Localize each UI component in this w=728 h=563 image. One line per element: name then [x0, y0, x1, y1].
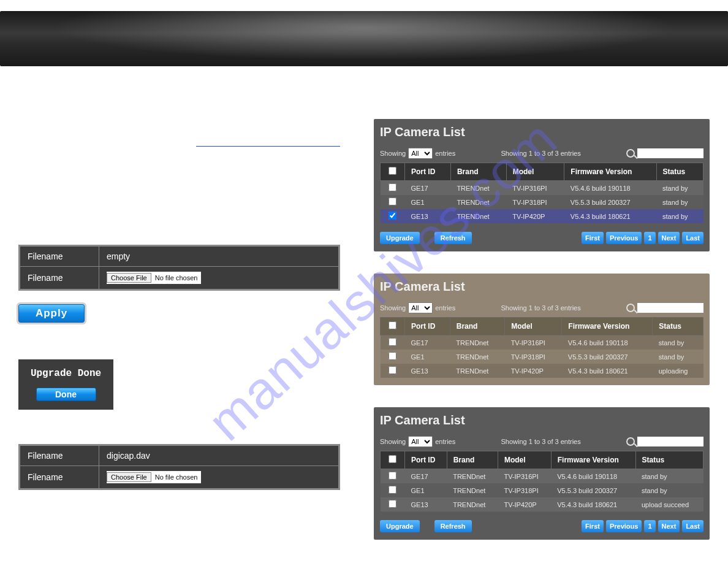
table-header: Status — [635, 451, 703, 469]
table-header — [381, 318, 405, 335]
cell-brand: TRENDnet — [450, 364, 504, 378]
cell-fw: V5.4.3 build 180621 — [564, 209, 656, 223]
table-header: Firmware Version — [562, 318, 653, 335]
previous-button[interactable]: Previous — [606, 520, 642, 532]
cell-portid: GE13 — [405, 364, 450, 378]
row-checkbox[interactable] — [389, 472, 396, 480]
upgrade-button[interactable]: Upgrade — [380, 232, 420, 244]
next-button[interactable]: Next — [658, 520, 680, 532]
cell-model: TV-IP316PI — [498, 469, 551, 484]
row-checkbox[interactable] — [389, 352, 396, 360]
panel-title: IP Camera List — [380, 413, 703, 427]
cell-brand: TRENDnet — [447, 497, 498, 511]
file-input[interactable]: Choose File No file chosen — [107, 471, 201, 483]
table-row[interactable]: GE1TRENDnetTV-IP318PIV5.5.3 build 200327… — [381, 195, 703, 209]
table-row[interactable]: GE1TRENDnetTV-IP318PIV5.5.3 build 200327… — [381, 350, 703, 364]
table-header: Port ID — [405, 451, 447, 469]
previous-button[interactable]: Previous — [606, 232, 642, 244]
cell-fw: V5.5.3 build 200327 — [562, 350, 653, 364]
table-toolbar: ShowingAllentriesShowing 1 to 3 of 3 ent… — [380, 436, 703, 447]
table-row[interactable]: GE13TRENDnetTV-IP420PV5.4.3 build 180621… — [381, 209, 703, 223]
cell-model: TV-IP316PI — [506, 181, 564, 196]
table-header: Brand — [450, 318, 504, 335]
search-icon — [626, 437, 635, 446]
filename-table-2: Filename digicap.dav Filename Choose Fil… — [18, 444, 340, 490]
pager: UpgradeRefreshFirstPrevious1NextLast — [380, 232, 703, 244]
entries-label: entries — [435, 438, 455, 445]
first-button[interactable]: First — [582, 520, 604, 532]
cell-model: TV-IP420P — [506, 209, 564, 223]
select-all-checkbox[interactable] — [389, 321, 396, 329]
table-row[interactable]: GE13TRENDnetTV-IP420PV5.4.3 build 180621… — [381, 364, 703, 378]
entries-select[interactable]: All — [408, 302, 433, 313]
cell-model: TV-IP318PI — [506, 195, 564, 209]
select-all-checkbox[interactable] — [389, 167, 396, 175]
cell-brand: TRENDnet — [450, 181, 506, 196]
last-button[interactable]: Last — [682, 520, 703, 532]
no-file-label: No file chosen — [151, 274, 202, 282]
cell-portid: GE1 — [405, 195, 451, 209]
showing-summary: Showing 1 to 3 of 3 entries — [455, 150, 626, 157]
table-header: Model — [506, 163, 564, 181]
row-checkbox[interactable] — [389, 212, 396, 220]
cell-portid: GE1 — [405, 350, 450, 364]
search-input[interactable] — [637, 303, 703, 313]
search-input[interactable] — [637, 148, 703, 158]
search-icon — [626, 149, 635, 158]
apply-button[interactable]: Apply — [18, 304, 85, 323]
choose-file-button[interactable]: Choose File — [107, 273, 151, 283]
entries-select[interactable]: All — [408, 436, 433, 447]
upgrade-button[interactable]: Upgrade — [380, 520, 420, 532]
cell-status: stand by — [653, 335, 703, 350]
table-toolbar: ShowingAllentriesShowing 1 to 3 of 3 ent… — [380, 148, 703, 159]
row-checkbox[interactable] — [389, 338, 396, 346]
ip-camera-list-panel: IP Camera ListShowingAllentriesShowing 1… — [374, 119, 710, 251]
showing-summary: Showing 1 to 3 of 3 entries — [455, 438, 626, 445]
next-button[interactable]: Next — [658, 232, 680, 244]
table-row[interactable]: GE17TRENDnetTV-IP316PIV5.4.6 build 19011… — [381, 469, 703, 484]
cell-status: upload succeed — [635, 497, 703, 511]
last-button[interactable]: Last — [682, 232, 703, 244]
row-checkbox[interactable] — [389, 183, 396, 191]
table-row[interactable]: GE17TRENDnetTV-IP316PIV5.4.6 build 19011… — [381, 335, 703, 350]
table-header — [381, 163, 405, 181]
first-button[interactable]: First — [582, 232, 604, 244]
row-checkbox[interactable] — [389, 366, 396, 374]
refresh-button[interactable]: Refresh — [434, 232, 472, 244]
table-row[interactable]: GE13TRENDnetTV-IP420PV5.4.3 build 180621… — [381, 497, 703, 511]
cell-fw: V5.4.6 build 190118 — [562, 335, 653, 350]
cell-model: TV-IP318PI — [498, 483, 551, 497]
table-header: Status — [653, 318, 703, 335]
filename-label: Filename — [20, 445, 99, 466]
cell-brand: TRENDnet — [450, 335, 504, 350]
done-button[interactable]: Done — [36, 388, 96, 401]
camera-table: Port IDBrandModelFirmware VersionStatusG… — [380, 451, 703, 511]
showing-label: Showing — [380, 304, 406, 312]
table-toolbar: ShowingAllentriesShowing 1 to 3 of 3 ent… — [380, 302, 703, 313]
page-1-button[interactable]: 1 — [644, 232, 655, 244]
ip-camera-list-panel: IP Camera ListShowingAllentriesShowing 1… — [374, 407, 710, 540]
refresh-button[interactable]: Refresh — [434, 520, 472, 532]
cell-fw: V5.4.3 build 180621 — [562, 364, 653, 378]
table-header: Model — [505, 318, 562, 335]
cell-model: TV-IP420P — [498, 497, 551, 511]
cell-portid: GE17 — [405, 181, 451, 196]
row-checkbox[interactable] — [389, 500, 396, 508]
row-checkbox[interactable] — [389, 486, 396, 494]
entries-label: entries — [435, 304, 455, 312]
cell-portid: GE1 — [405, 483, 447, 497]
entries-select[interactable]: All — [408, 148, 433, 159]
search-input[interactable] — [637, 437, 703, 446]
table-row[interactable]: GE1TRENDnetTV-IP318PIV5.5.3 build 200327… — [381, 483, 703, 497]
select-all-checkbox[interactable] — [389, 455, 396, 463]
cell-fw: V5.4.6 build 190118 — [551, 469, 635, 484]
row-checkbox[interactable] — [389, 197, 396, 205]
page-1-button[interactable]: 1 — [644, 520, 655, 532]
file-input[interactable]: Choose File No file chosen — [107, 272, 201, 284]
table-header: Status — [656, 163, 703, 181]
showing-label: Showing — [380, 150, 406, 157]
cell-brand: TRENDnet — [450, 195, 506, 209]
choose-file-button[interactable]: Choose File — [107, 472, 151, 482]
table-row[interactable]: GE17TRENDnetTV-IP316PIV5.4.6 build 19011… — [381, 181, 703, 196]
cell-model: TV-IP420P — [505, 364, 562, 378]
